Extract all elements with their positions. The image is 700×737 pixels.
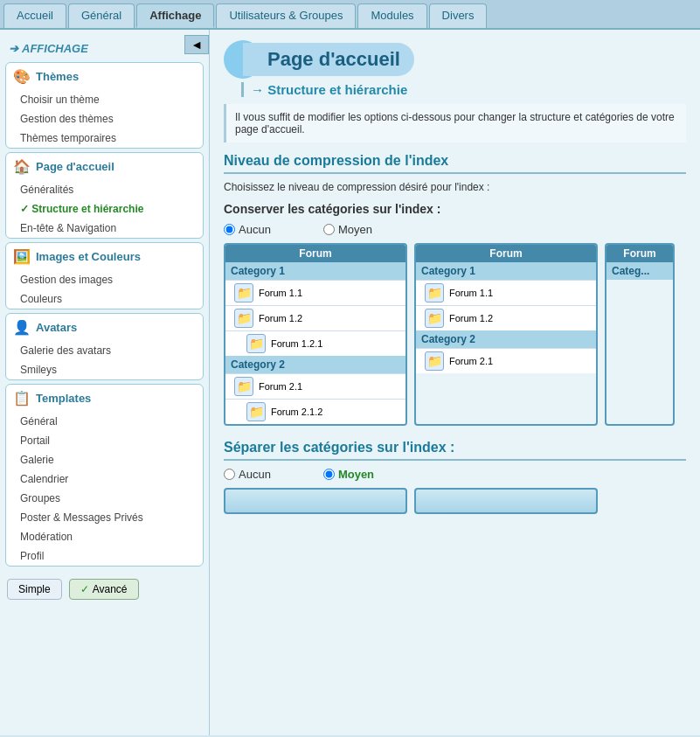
compression-desc: Choisissez le niveau de compression dési… — [224, 181, 686, 193]
avance-button[interactable]: ✓ Avancé — [69, 579, 139, 600]
forum-item: 📁 Forum 1.1 — [225, 280, 405, 305]
forum-header-aucun: Forum — [225, 245, 405, 262]
forum-label: Forum 2.1.2 — [271, 407, 322, 417]
page-title-box: Page d'accueil — [224, 40, 686, 79]
forum-header-third: Forum — [606, 245, 673, 262]
category-1-aucun: Category 1 — [225, 262, 405, 280]
sidebar-back-button[interactable]: AFFICHAGE — [0, 38, 209, 59]
forum-label: Forum 2.1 — [259, 381, 302, 392]
tab-affichage[interactable]: Affichage — [136, 3, 214, 28]
sidebar-section-avatars: 👤 Avatars Galerie des avatars Smileys — [5, 313, 204, 380]
forum-preview-moyen: Forum Category 1 📁 Forum 1.1 📁 Forum 1.2… — [414, 243, 598, 426]
sidebar-item-calendrier[interactable]: Calendrier — [6, 469, 203, 489]
category-2-aucun: Category 2 — [225, 356, 405, 373]
compression-section: Niveau de compression de l'index Choisis… — [224, 153, 686, 426]
tab-utilisateurs[interactable]: Utilisateurs & Groupes — [216, 3, 356, 28]
main-content: Page d'accueil → Structure et hiérarchie… — [210, 30, 700, 735]
page-accueil-label: Page d'accueil — [36, 160, 114, 173]
sidebar: ◄ AFFICHAGE 🎨 Thèmes Choisir un thème Ge… — [0, 30, 210, 735]
forum-item: 📁 Forum 1.2 — [416, 305, 596, 330]
forum-item: 📁 Forum 1.1 — [416, 280, 596, 305]
forum-label: Forum 1.1 — [449, 288, 493, 298]
sidebar-item-portail[interactable]: Portail — [6, 431, 203, 450]
sidebar-item-entete-nav[interactable]: En-tête & Navigation — [6, 219, 203, 238]
sidebar-section-images-couleurs: 🖼️ Images et Couleurs Gestion des images… — [5, 242, 204, 309]
sidebar-item-themes-temporaires[interactable]: Thèmes temporaires — [6, 129, 203, 148]
avatars-label: Avatars — [36, 321, 77, 334]
sidebar-item-structure[interactable]: Structure et hiérarchie — [6, 199, 203, 219]
sidebar-item-groupes[interactable]: Groupes — [6, 489, 203, 508]
sep-radio-aucun-input[interactable] — [224, 469, 235, 480]
tab-divers[interactable]: Divers — [429, 3, 488, 28]
forum-preview-row: Forum Category 1 📁 Forum 1.1 📁 Forum 1.2… — [224, 243, 686, 426]
separator-section: Séparer les catégories sur l'index : Auc… — [224, 440, 686, 514]
forum-item-sub: 📁 Forum 1.2.1 — [225, 330, 405, 356]
top-navigation: Accueil Général Affichage Utilisateurs &… — [0, 0, 700, 30]
category-1-third: Categ... — [606, 262, 673, 280]
separator-preview-row — [224, 488, 686, 514]
forum-item: 📁 Forum 2.1 — [416, 348, 596, 373]
sidebar-item-general[interactable]: Général — [6, 412, 203, 431]
images-icon: 🖼️ — [13, 248, 31, 265]
sep-radio-moyen-label: Moyen — [338, 468, 374, 481]
bottom-buttons: Simple ✓ Avancé — [0, 574, 209, 605]
sidebar-scroll-btn[interactable]: ◄ — [184, 35, 209, 54]
sidebar-section-page-accueil: 🏠 Page d'accueil Généralités Structure e… — [5, 152, 204, 239]
sidebar-section-header-templates[interactable]: 📋 Templates — [6, 385, 203, 412]
sidebar-item-couleurs[interactable]: Couleurs — [6, 289, 203, 309]
page-title-area: Page d'accueil → Structure et hiérarchie — [224, 40, 686, 97]
tab-modules[interactable]: Modules — [357, 3, 426, 28]
preview-box-moyen-sep — [414, 488, 598, 514]
page-accueil-icon: 🏠 — [13, 158, 31, 175]
forum-label: Forum 1.2 — [259, 313, 302, 323]
sidebar-item-smileys[interactable]: Smileys — [6, 360, 203, 379]
forum-label: Forum 1.2.1 — [271, 338, 322, 349]
sidebar-item-profil[interactable]: Profil — [6, 546, 203, 566]
main-layout: ◄ AFFICHAGE 🎨 Thèmes Choisir un thème Ge… — [0, 30, 700, 735]
forum-label: Forum 2.1 — [449, 356, 493, 366]
sep-radio-moyen[interactable]: Moyen — [323, 468, 374, 481]
compression-title: Niveau de compression de l'index — [224, 153, 686, 174]
folder-icon: 📁 — [234, 309, 253, 328]
tab-accueil[interactable]: Accueil — [3, 3, 66, 28]
sidebar-section-header-avatars[interactable]: 👤 Avatars — [6, 314, 203, 341]
sidebar-section-header-page-accueil[interactable]: 🏠 Page d'accueil — [6, 153, 203, 180]
sidebar-item-poster-messages[interactable]: Poster & Messages Privés — [6, 508, 203, 527]
sidebar-section-header-images[interactable]: 🖼️ Images et Couleurs — [6, 243, 203, 270]
sidebar-item-choisir-theme[interactable]: Choisir un thème — [6, 90, 203, 109]
categories-label: Conserver les catégories sur l'index : — [224, 202, 686, 216]
preview-box-aucun-sep — [224, 488, 407, 514]
folder-icon: 📁 — [234, 377, 253, 396]
radio-aucun-label: Aucun — [239, 223, 271, 236]
sidebar-item-generalites[interactable]: Généralités — [6, 180, 203, 199]
folder-icon: 📁 — [246, 402, 266, 421]
radio-moyen-input[interactable] — [323, 224, 335, 235]
sidebar-item-gestion-themes[interactable]: Gestion des thèmes — [6, 109, 203, 129]
sidebar-back-label: AFFICHAGE — [22, 42, 88, 55]
folder-icon: 📁 — [425, 309, 444, 328]
category-1-moyen: Category 1 — [416, 262, 596, 280]
sidebar-section-templates: 📋 Templates Général Portail Galerie Cale… — [5, 384, 204, 567]
description-text: Il vous suffit de modifier les options c… — [224, 104, 686, 143]
sidebar-item-gestion-images[interactable]: Gestion des images — [6, 270, 203, 289]
sep-radio-moyen-input[interactable] — [323, 469, 335, 480]
forum-label: Forum 1.2 — [449, 313, 493, 323]
forum-item: 📁 Forum 1.2 — [225, 305, 405, 330]
separator-radio-row: Aucun Moyen — [224, 468, 686, 481]
radio-aucun[interactable]: Aucun — [224, 223, 271, 236]
tab-general[interactable]: Général — [68, 3, 135, 28]
radio-aucun-input[interactable] — [224, 224, 235, 235]
forum-header-moyen: Forum — [416, 245, 596, 262]
avance-checkmark: ✓ — [80, 583, 89, 595]
simple-button[interactable]: Simple — [7, 579, 62, 600]
avance-label: Avancé — [93, 583, 128, 595]
sidebar-item-moderation[interactable]: Modération — [6, 527, 203, 546]
sidebar-item-galerie[interactable]: Galerie — [6, 450, 203, 469]
templates-label: Templates — [36, 392, 91, 405]
sep-radio-aucun[interactable]: Aucun — [224, 468, 271, 481]
radio-moyen[interactable]: Moyen — [323, 223, 372, 236]
sidebar-section-header-themes[interactable]: 🎨 Thèmes — [6, 63, 203, 90]
forum-preview-third: Forum Categ... — [605, 243, 675, 426]
page-title: Page d'accueil — [243, 43, 414, 76]
sidebar-item-galerie-avatars[interactable]: Galerie des avatars — [6, 341, 203, 360]
